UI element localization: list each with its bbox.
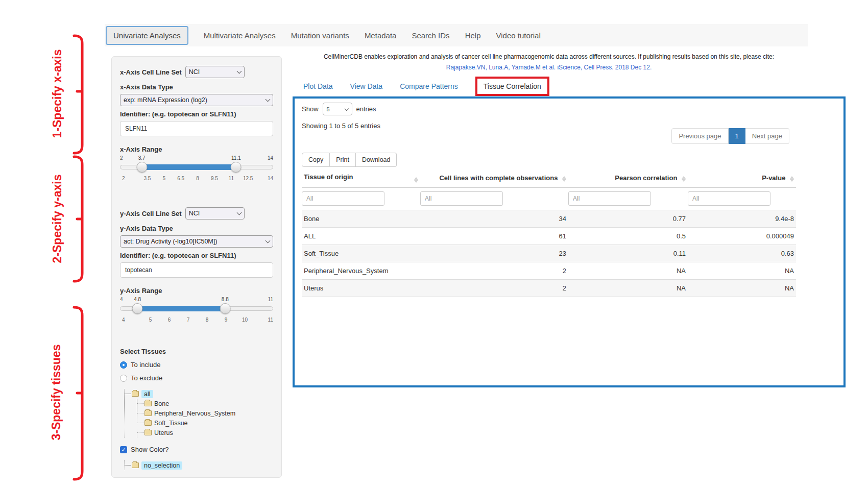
cell-n-observations: 2 [420,262,568,280]
citation-link[interactable]: Rajapakse.VN, Luna.A, Yamade.M et al. iS… [288,64,809,71]
tree-node-no-selection-label: no_selection [141,461,182,470]
tab-tissue-correlation[interactable]: Tissue Correlation [475,77,549,96]
x-axis-slider-handle-low[interactable] [136,162,147,173]
nav-tab-mutation-variants[interactable]: Mutation variants [291,31,349,40]
filter-tissue-input[interactable] [302,191,384,206]
table-row[interactable]: ALL 61 0.5 0.000049 [302,228,796,245]
citation-text: CellMinerCDB enables exploration and ana… [288,53,809,60]
tree-node-uterus[interactable]: Uterus [137,428,273,437]
x-axis-slider-handle-high[interactable] [231,162,242,173]
cell-tissue: Peripheral_Nervous_System [302,262,420,280]
next-page-button[interactable]: Next page [745,128,789,144]
table-row[interactable]: Uterus 2 NA NA [302,280,796,297]
folder-icon [132,391,139,397]
result-tabs: Plot Data View Data Compare Patterns Tis… [303,77,549,96]
x-axis-data-type-value: exp: mRNA Expression (log2) [124,96,207,104]
entries-label: entries [356,105,376,113]
y-axis-data-type-select[interactable]: act: Drug Activity (-log10[IC50M]) [120,235,273,248]
page-1-button[interactable]: 1 [729,128,745,144]
column-header-tissue-of-origin[interactable]: Tissue of origin [302,170,420,188]
chevron-down-icon [266,97,271,102]
sort-icon [790,176,794,182]
x-axis-data-type-select[interactable]: exp: mRNA Expression (log2) [120,94,273,106]
y-axis-slider-handle-low[interactable] [132,303,143,314]
tab-plot-data[interactable]: Plot Data [303,82,333,90]
cell-pearson: 0.5 [568,228,688,245]
folder-icon [144,410,152,416]
nav-tab-search-ids[interactable]: Search IDs [412,31,449,40]
previous-page-button[interactable]: Previous page [671,128,728,144]
y-axis-slider-handle-high[interactable] [220,303,230,314]
radio-checked-icon [120,361,127,369]
slider-min-label: 2 [120,155,123,161]
filter-p-value-input[interactable] [688,191,770,206]
page-size-control: Show 5 entries [302,103,376,115]
column-header-cell-lines[interactable]: Cell lines with complete observations [420,170,568,188]
sort-icon [562,176,566,182]
page-size-select[interactable]: 5 [323,103,352,115]
sort-icon [414,177,418,183]
nav-tab-multivariate-analyses[interactable]: Multivariate Analyses [204,31,276,40]
column-label: P-value [762,174,785,182]
cell-n-observations: 34 [420,210,568,228]
controls-sidebar: x-Axis Cell Line Set NCI x-Axis Data Typ… [111,56,282,478]
showing-entries-text: Showing 1 to 5 of 5 entries [302,122,380,130]
cell-p-value: 9.4e-8 [688,210,796,228]
tree-node-soft-tissue[interactable]: Soft_Tissue [137,418,273,428]
nav-tab-univariate-analyses[interactable]: Univariate Analyses [106,26,188,45]
tree-connector [137,432,143,433]
copy-button[interactable]: Copy [302,153,330,167]
tissues-include-radio[interactable]: To include [120,361,273,369]
nav-tab-metadata[interactable]: Metadata [365,31,397,40]
tick-label: 6 [160,317,179,323]
filter-pearson-input[interactable] [568,191,651,206]
cell-n-observations: 2 [420,280,568,297]
cell-p-value: NA [688,262,796,280]
annotation-bracket-3 [70,305,86,481]
nav-tab-video-tutorial[interactable]: Video tutorial [496,31,540,40]
slider-fill [142,164,236,170]
column-header-pearson-correlation[interactable]: Pearson correlation [568,170,688,188]
chevron-down-icon [236,69,242,74]
tissue-tree: all Bone Peripheral_Nervous_System [120,389,273,437]
x-axis-cell-line-set-select[interactable]: NCI [185,66,245,78]
x-axis-slider-track[interactable] [120,162,273,173]
annotation-bracket-2 [70,155,86,283]
x-axis-identifier-input[interactable] [120,121,273,136]
download-button[interactable]: Download [356,153,397,167]
tab-compare-patterns[interactable]: Compare Patterns [400,82,458,90]
slider-high-value: 11.1 [231,155,241,161]
y-axis-identifier-label: Identifier: (e.g. topotecan or SLFN11) [120,252,273,259]
cell-pearson: 0.77 [568,210,688,228]
page-size-value: 5 [327,106,330,112]
column-header-p-value[interactable]: P-value [688,170,796,188]
cell-pearson: NA [568,262,688,280]
tree-node-uterus-label: Uterus [154,429,173,436]
y-axis-cell-line-set-select[interactable]: NCI [185,207,245,219]
nav-tab-help[interactable]: Help [465,31,481,40]
show-color-checkbox[interactable]: ✓ Show Color? [120,446,273,453]
tissues-exclude-radio[interactable]: To exclude [120,374,273,382]
column-label: Cell lines with complete observations [439,174,558,182]
tree-node-peripheral-nervous-system[interactable]: Peripheral_Nervous_System [137,408,273,418]
y-axis-data-type-value: act: Drug Activity (-log10[IC50M]) [124,238,217,245]
column-label: Pearson correlation [615,174,677,182]
filter-cell-lines-input[interactable] [420,191,503,206]
print-button[interactable]: Print [330,153,356,167]
x-axis-data-type-label: x-Axis Data Type [120,83,273,91]
annotation-step3-label: 3-Specify tissues [50,326,63,459]
tab-view-data[interactable]: View Data [350,82,383,90]
y-axis-slider-track[interactable] [120,304,273,314]
slider-low-value: 4.8 [134,297,141,302]
y-axis-identifier-input[interactable] [120,262,273,278]
table-row[interactable]: Peripheral_Nervous_System 2 NA NA [302,262,796,280]
cell-p-value: 0.63 [688,245,796,262]
tree-node-all[interactable]: all [125,389,273,399]
table-row[interactable]: Soft_Tissue 23 0.11 0.63 [302,245,796,262]
tick-label: 14 [256,176,273,181]
tick-label: 5 [156,176,173,181]
tree-node-no-selection[interactable]: no_selection [125,460,273,470]
table-row[interactable]: Bone 34 0.77 9.4e-8 [302,210,796,228]
slider-high-value: 8.8 [222,297,229,302]
tree-node-bone[interactable]: Bone [137,399,273,408]
